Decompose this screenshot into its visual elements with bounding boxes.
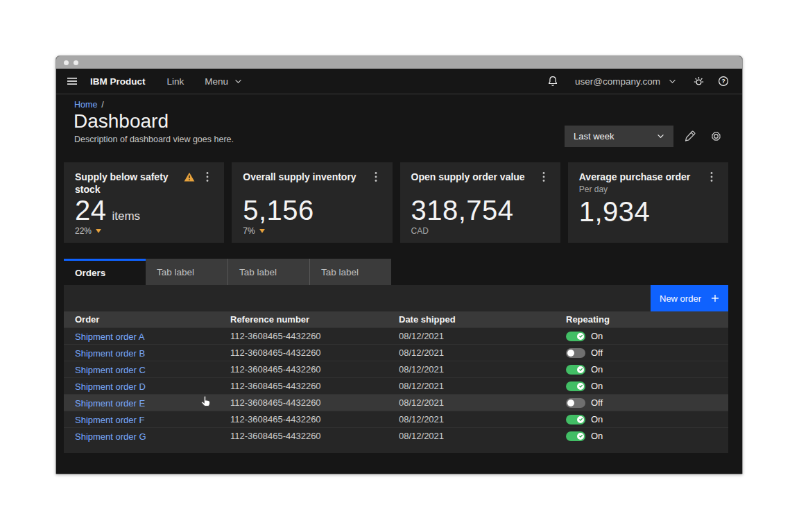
time-filter-value: Last week — [574, 131, 615, 141]
brand-title: IBM Product — [90, 76, 146, 87]
edit-pencil-icon[interactable] — [679, 126, 700, 147]
window-control-dot-1[interactable] — [64, 60, 69, 65]
toggle-state-label: On — [591, 331, 603, 341]
table-toolbar: New order — [64, 285, 728, 311]
card-supply-below-safety-stock: Supply below safety stock 24 items 22% — [64, 162, 224, 243]
nav-link[interactable]: Link — [167, 76, 184, 87]
chevron-down-icon — [234, 79, 242, 84]
column-header-repeating: Repeating — [566, 314, 728, 325]
overflow-menu-icon[interactable] — [538, 171, 549, 183]
user-email: user@company.com — [575, 76, 660, 87]
date-shipped: 08/12/2021 — [399, 364, 566, 375]
order-link[interactable]: Shipment order D — [75, 381, 146, 392]
card-delta: 7% — [243, 226, 255, 236]
order-link[interactable]: Shipment order F — [75, 415, 144, 425]
repeating-toggle[interactable] — [566, 431, 585, 441]
checkmark-icon — [578, 417, 583, 422]
order-link[interactable]: Shipment order G — [75, 431, 146, 442]
repeating-toggle[interactable] — [566, 398, 585, 408]
page-description: Description of dashboard view goes here. — [74, 135, 234, 144]
notifications-bell-icon[interactable] — [544, 72, 562, 90]
tab-label-4[interactable]: Tab label — [309, 259, 391, 285]
light-idea-icon[interactable] — [689, 72, 707, 90]
repeating-toggle[interactable] — [566, 332, 585, 341]
card-value: 5,156 — [243, 196, 314, 225]
new-order-button[interactable]: New order — [651, 285, 728, 311]
overflow-menu-icon[interactable] — [370, 171, 381, 183]
delta-down-icon — [259, 229, 265, 233]
card-value: 24 — [75, 196, 107, 225]
page-content: Home/ Dashboard Description of dashboard… — [56, 95, 742, 474]
time-filter-dropdown[interactable]: Last week — [565, 126, 673, 147]
hamburger-menu-icon[interactable] — [63, 72, 81, 90]
reference-number: 112-3608465-4432260 — [230, 331, 399, 341]
table-row[interactable]: Shipment order A 112-3608465-4432260 08/… — [64, 327, 728, 344]
toggle-state-label: Off — [591, 397, 603, 408]
repeating-toggle[interactable] — [566, 415, 585, 424]
repeating-toggle[interactable] — [566, 381, 585, 391]
window-control-dot-2[interactable] — [74, 60, 78, 65]
repeating-toggle[interactable] — [566, 348, 585, 358]
metric-cards: Supply below safety stock 24 items 22% — [64, 162, 728, 243]
window-titlebar — [56, 56, 742, 69]
repeating-toggle[interactable] — [566, 365, 585, 375]
card-average-purchase-order: Average purchase order Per day 1,934 — [568, 162, 728, 243]
help-icon[interactable]: ? — [714, 72, 732, 90]
card-subtitle: Per day — [579, 185, 701, 194]
order-link[interactable]: Shipment order B — [75, 348, 145, 359]
toggle-state-label: Off — [591, 347, 603, 358]
date-shipped: 08/12/2021 — [399, 347, 566, 358]
tab-label-2[interactable]: Tab label — [146, 259, 227, 285]
reference-number: 112-3608465-4432260 — [230, 347, 399, 358]
table-row[interactable]: Shipment order F 112-3608465-4432260 08/… — [64, 411, 728, 427]
screenshot-canvas: IBM Product Link Menu user@company.com — [0, 0, 799, 532]
user-account-dropdown[interactable]: user@company.com — [575, 76, 676, 87]
breadcrumb-home-link[interactable]: Home — [74, 100, 97, 110]
checkmark-icon — [578, 434, 583, 438]
reference-number: 112-3608465-4432260 — [230, 364, 399, 375]
date-shipped: 08/12/2021 — [399, 414, 566, 424]
date-shipped: 08/12/2021 — [399, 381, 566, 391]
toggle-state-label: On — [591, 381, 603, 391]
card-overall-supply-inventory: Overall supply inventory 5,156 7% — [232, 162, 392, 243]
checkmark-icon — [578, 334, 583, 338]
card-delta: 22% — [75, 226, 92, 236]
orders-table: New order Order Reference number Date sh… — [64, 285, 728, 453]
card-unit: CAD — [411, 226, 429, 236]
checkmark-icon — [578, 367, 583, 372]
app-header: IBM Product Link Menu user@company.com — [56, 69, 742, 94]
overflow-menu-icon[interactable] — [706, 171, 717, 183]
table-row[interactable]: Shipment order D 112-3608465-4432260 08/… — [64, 377, 728, 394]
tab-label-3[interactable]: Tab label — [227, 259, 309, 285]
order-link[interactable]: Shipment order C — [75, 365, 146, 375]
chevron-down-icon — [657, 134, 664, 139]
chevron-down-icon — [669, 79, 676, 84]
column-header-order: Order — [64, 314, 230, 325]
card-value: 318,754 — [411, 196, 514, 225]
date-shipped: 08/12/2021 — [399, 397, 566, 408]
overflow-menu-icon[interactable] — [202, 171, 213, 183]
orders-tabs: Orders Tab label Tab label Tab label — [64, 259, 391, 285]
reference-number: 112-3608465-4432260 — [230, 431, 399, 441]
app-window: IBM Product Link Menu user@company.com — [55, 55, 743, 474]
nav-menu-dropdown[interactable]: Menu — [205, 76, 242, 87]
column-header-date: Date shipped — [399, 314, 566, 325]
breadcrumb: Home/ — [74, 100, 104, 110]
settings-gear-icon[interactable] — [705, 126, 726, 147]
table-row[interactable]: Shipment order C 112-3608465-4432260 08/… — [64, 361, 728, 377]
card-title: Average purchase order — [579, 171, 691, 182]
order-link[interactable]: Shipment order A — [75, 332, 144, 342]
reference-number: 112-3608465-4432260 — [230, 381, 399, 391]
order-link[interactable]: Shipment order E — [75, 398, 145, 409]
table-row-hovered[interactable]: Shipment order E 112-3608465-4432260 08/… — [64, 394, 728, 411]
nav-menu-label: Menu — [205, 76, 228, 87]
card-title: Open supply order value — [411, 171, 533, 183]
table-header-row: Order Reference number Date shipped Repe… — [64, 311, 728, 327]
tab-orders[interactable]: Orders — [64, 259, 146, 285]
svg-text:?: ? — [721, 78, 725, 85]
new-order-label: New order — [660, 293, 701, 304]
toggle-state-label: On — [591, 414, 603, 424]
date-shipped: 08/12/2021 — [399, 431, 566, 441]
table-row[interactable]: Shipment order B 112-3608465-4432260 08/… — [64, 344, 728, 361]
table-row[interactable]: Shipment order G 112-3608465-4432260 08/… — [64, 427, 728, 444]
